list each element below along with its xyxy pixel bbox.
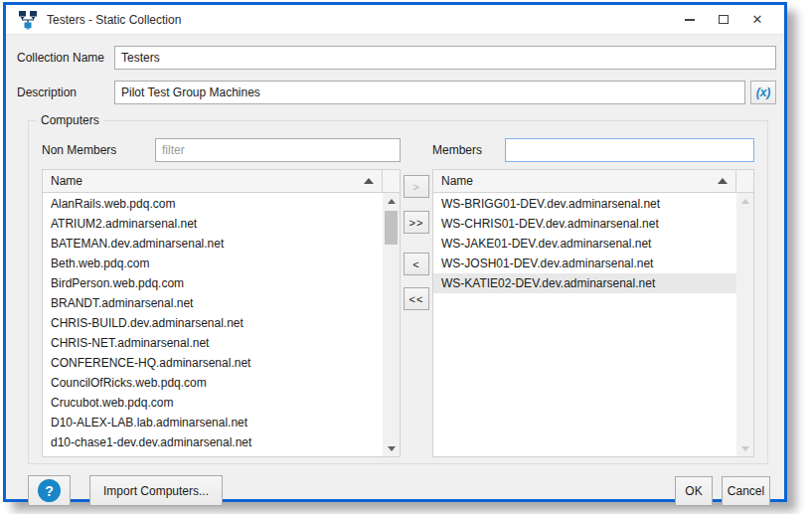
non-members-list: Name AlanRails.web.pdq.comATRIUM2.admina… <box>42 169 401 457</box>
dialog-window: Testers - Static Collection ✕ Collection… <box>3 2 787 502</box>
description-input[interactable] <box>114 81 745 104</box>
members-rows: WS-BRIGG01-DEV.dev.adminarsenal.netWS-CH… <box>433 193 736 456</box>
collection-name-input[interactable] <box>114 46 776 70</box>
remove-selected-button[interactable]: < <box>404 253 429 275</box>
scroll-down-icon <box>736 440 753 456</box>
header-scroll-cap <box>383 170 400 192</box>
list-item[interactable]: WS-CHRIS01-DEV.dev.adminarsenal.net <box>433 214 736 234</box>
list-item[interactable]: WS-JAKE01-DEV.dev.adminarsenal.net <box>433 234 736 254</box>
column-header-label: Name <box>441 174 473 188</box>
ok-button[interactable]: OK <box>675 476 713 506</box>
window-title: Testers - Static Collection <box>47 13 673 27</box>
computers-group: Computers Non Members Members Name <box>28 120 768 464</box>
collection-name-label: Collection Name <box>17 51 114 65</box>
members-name-column-header[interactable]: Name <box>433 170 736 192</box>
scroll-down-icon[interactable] <box>383 440 400 456</box>
maximize-icon <box>719 15 729 24</box>
column-header-label: Name <box>51 174 82 188</box>
sort-ascending-icon <box>718 178 728 184</box>
list-item[interactable]: Beth.web.pdq.com <box>43 254 383 273</box>
close-button[interactable]: ✕ <box>740 7 774 33</box>
scroll-up-icon[interactable] <box>383 193 400 209</box>
list-item[interactable]: d10-chase1-dev.dev.adminarsenal.net <box>43 432 383 452</box>
list-item[interactable]: WS-BRIGG01-DEV.dev.adminarsenal.net <box>433 194 736 214</box>
non-members-label: Non Members <box>42 143 155 157</box>
add-all-button[interactable]: >> <box>404 211 429 234</box>
help-icon: ? <box>38 479 61 502</box>
static-collection-icon <box>18 10 38 30</box>
non-members-rows: AlanRails.web.pdq.comATRIUM2.adminarsena… <box>43 193 383 456</box>
list-item[interactable]: WS-KATIE02-DEV.dev.adminarsenal.net <box>433 273 736 293</box>
list-item[interactable]: BRANDT.adminarsenal.net <box>43 293 383 313</box>
minimize-icon <box>685 19 695 21</box>
maximize-button[interactable] <box>707 7 740 33</box>
list-item[interactable]: CouncilOfRicks.web.pdq.com <box>43 373 383 393</box>
computers-group-label: Computers <box>37 113 103 127</box>
members-filter-input[interactable] <box>505 138 754 162</box>
header-scroll-cap <box>736 170 753 192</box>
list-item[interactable]: WS-JOSH01-DEV.dev.adminarsenal.net <box>433 254 736 273</box>
non-members-filter-input[interactable] <box>155 138 401 162</box>
scroll-up-icon <box>736 193 753 209</box>
remove-all-button[interactable]: << <box>404 287 429 310</box>
list-item[interactable]: BirdPerson.web.pdq.com <box>43 273 383 293</box>
list-item[interactable]: CHRIS-NET.adminarsenal.net <box>43 333 383 353</box>
list-item[interactable]: AlanRails.web.pdq.com <box>43 194 383 214</box>
list-item[interactable]: D10-ALEX-LAB.lab.adminarsenal.net <box>43 413 383 432</box>
list-item[interactable]: ATRIUM2.adminarsenal.net <box>43 214 383 234</box>
description-label: Description <box>17 86 114 99</box>
insert-variable-button[interactable]: (x) <box>750 81 776 104</box>
members-scrollbar <box>736 193 753 456</box>
sort-ascending-icon <box>364 178 374 184</box>
minimize-button[interactable] <box>673 7 707 33</box>
list-item[interactable]: BATEMAN.dev.adminarsenal.net <box>43 234 383 254</box>
close-icon: ✕ <box>752 13 763 26</box>
import-computers-button[interactable]: Import Computers... <box>89 475 223 506</box>
help-button[interactable]: ? <box>28 475 71 506</box>
list-item[interactable]: CHRIS-BUILD.dev.adminarsenal.net <box>43 313 383 333</box>
title-bar[interactable]: Testers - Static Collection ✕ <box>6 5 784 35</box>
list-item[interactable]: CONFERENCE-HQ.adminarsenal.net <box>43 353 383 373</box>
list-item[interactable]: Crucubot.web.pdq.com <box>43 393 383 413</box>
scrollbar-thumb[interactable] <box>385 211 398 245</box>
members-label: Members <box>432 143 505 157</box>
non-members-scrollbar[interactable] <box>383 193 400 456</box>
non-members-name-column-header[interactable]: Name <box>43 170 383 192</box>
cancel-button[interactable]: Cancel <box>722 476 770 506</box>
members-list: Name WS-BRIGG01-DEV.dev.adminarsenal.net… <box>432 169 754 457</box>
add-selected-button[interactable]: > <box>404 175 429 198</box>
